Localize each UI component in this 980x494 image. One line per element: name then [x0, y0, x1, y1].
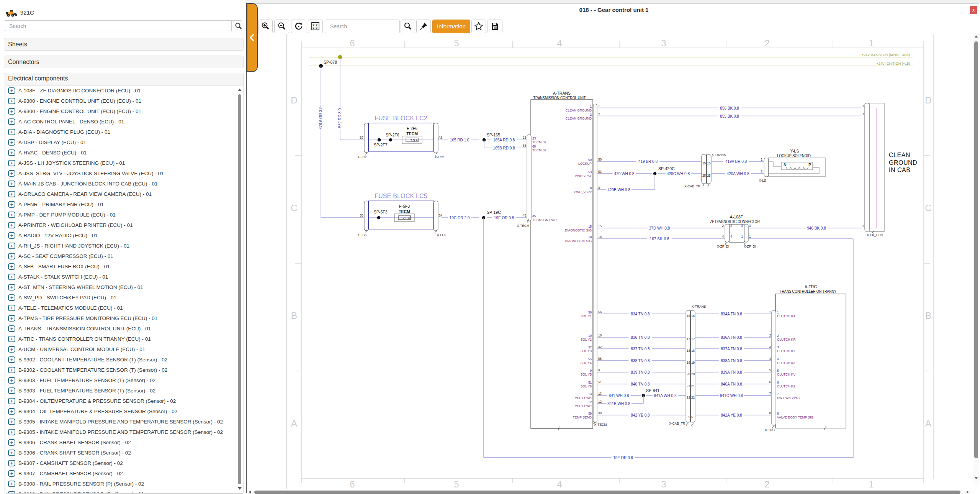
svg-text:F-2F6: F-2F6: [407, 126, 417, 131]
svg-text:SOL Y1: SOL Y1: [581, 314, 592, 318]
svg-text:A-108F: A-108F: [730, 215, 743, 219]
svg-text:840 TN 0.8: 840 TN 0.8: [631, 382, 650, 386]
svg-text:3: 3: [777, 346, 779, 349]
svg-text:GROUND: GROUND: [889, 159, 917, 166]
svg-text:H: H: [862, 104, 864, 108]
svg-text:12: 12: [588, 400, 592, 404]
svg-text:13: 13: [588, 392, 592, 396]
svg-text:CLEAN: CLEAN: [889, 152, 910, 158]
svg-text:2: 2: [761, 170, 762, 173]
svg-text:CLUTCH KR: CLUTCH KR: [777, 338, 796, 341]
svg-text:39: 39: [598, 412, 602, 415]
svg-text:7.5 A: 7.5 A: [403, 216, 411, 220]
svg-text:10: 10: [588, 334, 592, 338]
svg-text:5: 5: [777, 369, 779, 373]
svg-text:SW PWR VPS1: SW PWR VPS1: [777, 396, 800, 400]
svg-text:51: 51: [588, 381, 592, 384]
svg-text:841B WH 0.8: 841B WH 0.8: [607, 402, 630, 406]
svg-text:N: N: [784, 162, 787, 167]
svg-text:841C WH 0.8: 841C WH 0.8: [720, 394, 743, 398]
svg-text:165B RD 0.8: 165B RD 0.8: [493, 146, 515, 150]
svg-text:19F OR 0.8: 19F OR 0.8: [613, 456, 633, 460]
svg-text:X-TECM: X-TECM: [594, 423, 607, 427]
svg-text:3: 3: [661, 479, 666, 489]
svg-text:837A TN 0.8: 837A TN 0.8: [721, 347, 742, 351]
svg-text:9: 9: [590, 369, 592, 373]
svg-text:419A BR 0.8: 419A BR 0.8: [725, 159, 747, 164]
svg-text:834 TN 0.8: 834 TN 0.8: [631, 312, 650, 316]
svg-text:X-LC5: X-LC5: [437, 233, 446, 237]
svg-text:5: 5: [454, 38, 459, 48]
svg-text:X-TRANS: X-TRANS: [692, 305, 706, 309]
svg-text:56: 56: [598, 310, 602, 314]
svg-text:CLEAN GROUND: CLEAN GROUND: [566, 117, 592, 120]
svg-text:TECM: TECM: [399, 209, 410, 214]
svg-text:A: A: [291, 418, 297, 428]
svg-text:4: 4: [777, 358, 779, 361]
svg-text:TECM B+: TECM B+: [532, 140, 546, 144]
svg-text:9: 9: [598, 369, 600, 372]
svg-text:2: 2: [777, 334, 779, 338]
svg-text:SOL Y6: SOL Y6: [581, 384, 592, 388]
svg-text:D: D: [925, 95, 931, 105]
svg-text:840A TN 0.8: 840A TN 0.8: [721, 382, 742, 386]
svg-text:837 TN 0.8: 837 TN 0.8: [631, 347, 650, 351]
svg-text:19E OR 0.8: 19E OR 0.8: [494, 216, 514, 220]
svg-text:5: 5: [688, 415, 690, 419]
svg-text:32: 32: [588, 346, 592, 349]
svg-text:45: 45: [523, 214, 527, 217]
svg-text:839 TN 0.8: 839 TN 0.8: [631, 370, 650, 374]
svg-text:3: 3: [769, 345, 771, 349]
svg-text:SP-878: SP-878: [324, 60, 337, 64]
svg-text:946 BK 0.8: 946 BK 0.8: [807, 226, 826, 230]
svg-text:1: 1: [777, 311, 779, 314]
svg-text:3A: 3A: [438, 214, 443, 217]
svg-text:16: 16: [687, 314, 690, 318]
svg-text:4: 4: [769, 357, 771, 361]
svg-text:32: 32: [598, 345, 602, 349]
svg-text:420B WH 0.8: 420B WH 0.8: [607, 188, 630, 192]
svg-text:+24V ISOLATOR (MAIN FUSE): +24V ISOLATOR (MAIN FUSE): [862, 53, 910, 57]
svg-text:6: 6: [350, 479, 355, 489]
svg-text:SOL Y3: SOL Y3: [581, 349, 592, 353]
svg-text:842A YE 0.8: 842A YE 0.8: [721, 413, 742, 417]
svg-text:3: 3: [661, 38, 666, 48]
svg-text:SOL Y2: SOL Y2: [581, 338, 592, 341]
svg-text:15: 15: [598, 225, 602, 228]
svg-text:ZF DIAGNOSTIC CONNECTOR: ZF DIAGNOSTIC CONNECTOR: [710, 219, 760, 224]
svg-text:SOL Y4: SOL Y4: [581, 361, 592, 365]
svg-text:A: A: [925, 418, 931, 428]
svg-text:1: 1: [761, 158, 762, 161]
svg-text:45: 45: [532, 215, 536, 218]
svg-text:56: 56: [588, 311, 592, 314]
svg-text:2: 2: [769, 334, 771, 337]
svg-text:15: 15: [707, 162, 711, 165]
svg-text:51: 51: [598, 381, 602, 384]
svg-text:419 BR 0.8: 419 BR 0.8: [638, 159, 658, 164]
svg-text:CLEAN GROUND: CLEAN GROUND: [566, 108, 592, 112]
svg-text:IN CAB: IN CAB: [889, 167, 910, 173]
svg-text:CLUTCH K4: CLUTCH K4: [777, 314, 795, 318]
svg-text:12: 12: [598, 400, 602, 404]
svg-text:SOL Y5: SOL Y5: [581, 373, 592, 376]
svg-text:836 TN 0.8: 836 TN 0.8: [631, 335, 650, 340]
svg-text:X-LS: X-LS: [759, 179, 766, 182]
svg-text:P: P: [808, 162, 811, 167]
svg-text:5: 5: [691, 415, 693, 419]
svg-text:PWR_VSP2: PWR_VSP2: [574, 190, 592, 194]
svg-text:17: 17: [691, 338, 695, 341]
svg-text:19: 19: [687, 361, 690, 364]
svg-text:22: 22: [687, 396, 690, 399]
svg-text:3: 3: [749, 224, 751, 228]
svg-text:X-TRANS: X-TRANS: [712, 153, 726, 157]
svg-text:7: 7: [777, 392, 779, 396]
svg-text:X-ZF_DI: X-ZF_DI: [744, 245, 756, 248]
svg-text:3B: 3B: [360, 214, 364, 217]
svg-text:D: D: [291, 95, 297, 105]
svg-text:855 BK 0.8: 855 BK 0.8: [720, 114, 739, 118]
svg-text:2: 2: [730, 224, 732, 228]
svg-text:B: B: [925, 310, 931, 321]
svg-text:15: 15: [702, 162, 706, 165]
svg-text:878 A OR 3.0: 878 A OR 3.0: [319, 107, 323, 130]
svg-text:TRANS CONTROLLER ON TRANNY: TRANS CONTROLLER ON TRANNY: [780, 289, 836, 294]
